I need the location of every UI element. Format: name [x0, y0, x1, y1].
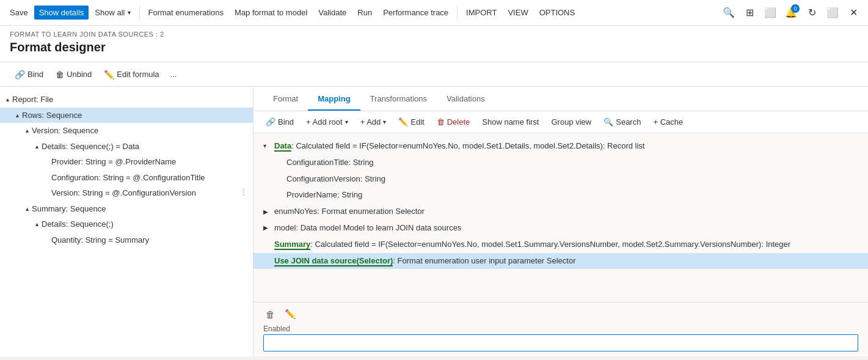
bind-icon: 🔗	[15, 70, 25, 79]
tabs-bar: Format Mapping Transformations Validatio…	[253, 87, 868, 111]
main-content: ▴Report: File▴Rows: Sequence▴Version: Se…	[0, 87, 868, 356]
bottom-edit-button[interactable]: ✏️	[282, 307, 299, 321]
close-button[interactable]: ✕	[844, 3, 863, 23]
tree-item[interactable]: Version: String = @.ConfigurationVersion	[0, 185, 253, 201]
chevron-down-icon: ▾	[128, 9, 131, 16]
group-view-button[interactable]: Group view	[546, 115, 596, 129]
edit-map-icon: ✏️	[398, 117, 408, 127]
tree-label: Provider: String = @.ProviderName	[51, 156, 176, 168]
chevron-add-icon: ▾	[383, 119, 386, 125]
tree-item[interactable]: Provider: String = @.ProviderName	[0, 154, 253, 170]
tree-item[interactable]: Quantity: String = Summary	[0, 232, 253, 248]
tree-toggle-icon: ▴	[32, 142, 42, 151]
top-toolbar: Save Show details Show all ▾ Format enum…	[0, 0, 868, 26]
edit-button[interactable]: ✏️ Edit	[393, 115, 429, 129]
tree-toggle-icon: ▴	[12, 111, 22, 120]
delete-icon: 🗑	[437, 117, 445, 127]
refresh-button[interactable]: ↻	[802, 3, 822, 23]
notification-badge: 🔔 0	[781, 3, 801, 23]
search-icon-button[interactable]: 🔍	[719, 3, 739, 23]
tree-item[interactable]: ▴Rows: Sequence	[0, 108, 253, 123]
import-button[interactable]: IMPORT	[461, 6, 501, 20]
tree-label: Configuration: String = @.ConfigurationT…	[51, 172, 205, 184]
map-item[interactable]: ProviderName: String	[253, 187, 868, 204]
tree-item[interactable]: Configuration: String = @.ConfigurationT…	[0, 170, 253, 186]
office-icon-button[interactable]: ⬜	[760, 3, 780, 23]
popout-button[interactable]: ⬜	[823, 3, 842, 23]
map-item[interactable]: ▶model: Data model Model to learn JOIN d…	[253, 220, 868, 237]
cache-button[interactable]: + Cache	[648, 115, 688, 129]
map-item[interactable]: ▾Data: Calculated field = IF(Selector=en…	[253, 138, 868, 155]
chevron-root-icon: ▾	[345, 119, 348, 125]
map-item[interactable]: ConfigurationVersion: String	[253, 171, 868, 188]
tree-item[interactable]: ▴Summary: Sequence	[0, 201, 253, 217]
edit-formula-button[interactable]: ✏️ Edit formula	[99, 67, 164, 82]
mapping-toolbar: 🔗 Bind + Add root ▾ + Add ▾ ✏️ Edit 🗑 De…	[253, 111, 868, 133]
left-panel: ▴Report: File▴Rows: Sequence▴Version: Se…	[0, 87, 253, 356]
separator-1	[139, 6, 140, 20]
tree-label: Version: String = @.ConfigurationVersion	[51, 187, 196, 199]
run-button[interactable]: Run	[352, 6, 377, 20]
grid-icon-button[interactable]: ⊞	[740, 3, 759, 23]
tree-item[interactable]: ▴Report: File	[0, 92, 253, 108]
tree-item[interactable]: ▴Details: Sequence(;) = Data	[0, 139, 253, 155]
tree-toggle-icon: ▴	[22, 126, 32, 135]
enabled-input[interactable]	[263, 334, 858, 351]
bottom-row: 🗑 ✏️	[263, 307, 858, 321]
performance-trace-button[interactable]: Performance trace	[378, 6, 453, 20]
formula-text: : Format enumeration user input paramete…	[393, 256, 575, 265]
formula-text: : Calculated field = IF(Selector=enumNoY…	[291, 141, 644, 150]
show-name-first-button[interactable]: Show name first	[477, 115, 544, 129]
mapping-bind-button[interactable]: 🔗 Bind	[261, 115, 299, 129]
map-item[interactable]: Summary: Calculated field = IF(Selector=…	[253, 237, 868, 253]
search-button[interactable]: 🔍 Search	[599, 115, 646, 129]
map-label: Summary: Calculated field = IF(Selector=…	[274, 238, 790, 251]
tab-validations[interactable]: Validations	[437, 88, 495, 111]
validate-button[interactable]: Validate	[313, 6, 351, 20]
notification-count: 0	[791, 4, 800, 13]
delete-button[interactable]: 🗑 Delete	[432, 115, 475, 129]
unbind-icon: 🗑	[56, 70, 64, 79]
drag-handle-icon: ⋮	[239, 187, 248, 197]
more-options-button[interactable]: ...	[167, 67, 181, 81]
formula-text: ConfigurationVersion: String	[286, 174, 385, 183]
formula-text: enumNoYes: Format enumeration Selector	[274, 207, 425, 216]
map-label: ProviderName: String	[286, 189, 362, 202]
bottom-delete-button[interactable]: 🗑	[263, 308, 277, 321]
add-root-button[interactable]: + Add root ▾	[301, 115, 353, 129]
map-label: Data: Calculated field = IF(Selector=enu…	[274, 140, 644, 153]
separator-2	[457, 6, 458, 20]
sub-toolbar: 🔗 Bind 🗑 Unbind ✏️ Edit formula ...	[0, 62, 868, 87]
formula-text: ConfigurationTitle: String	[286, 158, 374, 167]
search-map-icon: 🔍	[604, 117, 613, 127]
breadcrumb: FORMAT TO LEARN JOIN DATA SOURCES : 2	[10, 31, 858, 38]
show-all-button[interactable]: Show all ▾	[90, 6, 135, 20]
edit-icon: ✏️	[104, 70, 114, 79]
map-toggle-icon: ▶	[263, 207, 274, 217]
map-label: ConfigurationVersion: String	[286, 173, 385, 186]
tree-label: Version: Sequence	[32, 125, 98, 137]
tab-format[interactable]: Format	[263, 88, 308, 111]
tree-item[interactable]: ▴Details: Sequence(;)	[0, 216, 253, 232]
map-item[interactable]: ▶enumNoYes: Format enumeration Selector	[253, 204, 868, 220]
tree-toggle-icon: ▴	[2, 95, 12, 104]
save-button[interactable]: Save	[5, 6, 33, 20]
options-button[interactable]: OPTIONS	[534, 6, 580, 20]
unbind-button[interactable]: 🗑 Unbind	[51, 67, 97, 82]
map-format-to-model-button[interactable]: Map format to model	[230, 6, 312, 20]
page-title: Format designer	[10, 40, 858, 54]
tab-mapping[interactable]: Mapping	[308, 88, 360, 111]
map-item[interactable]: Use JOIN data source(Selector): Format e…	[253, 253, 868, 270]
bind-sub-button[interactable]: 🔗 Bind	[10, 67, 48, 82]
map-item[interactable]: ConfigurationTitle: String	[253, 155, 868, 171]
tree-item[interactable]: ▴Version: Sequence	[0, 123, 253, 139]
right-panel: Format Mapping Transformations Validatio…	[253, 87, 868, 356]
view-button[interactable]: VIEW	[503, 6, 533, 20]
tab-transformations[interactable]: Transformations	[360, 88, 437, 111]
format-enumerations-button[interactable]: Format enumerations	[144, 6, 229, 20]
add-button[interactable]: + Add ▾	[356, 115, 392, 129]
tree-label: Details: Sequence(;)	[42, 218, 114, 230]
show-details-button[interactable]: Show details	[34, 6, 89, 20]
tree-label: Rows: Sequence	[22, 109, 82, 122]
map-label: enumNoYes: Format enumeration Selector	[274, 205, 425, 218]
